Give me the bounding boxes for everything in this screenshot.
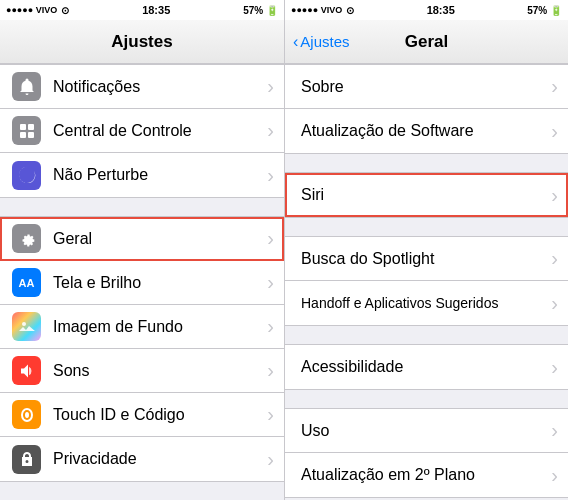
uso-chevron	[551, 419, 558, 442]
nav-bar-ajustes: Ajustes	[0, 20, 284, 64]
ajustes-title: Ajustes	[111, 32, 172, 52]
atualizacao-plano-item[interactable]: Atualização em 2º Plano	[285, 453, 568, 497]
geral-icon	[12, 224, 41, 253]
battery-icon: 57% 🔋	[243, 5, 278, 16]
sobre-chevron	[551, 75, 558, 98]
privacidade-label: Privacidade	[53, 450, 267, 468]
back-button[interactable]: ‹ Ajustes	[293, 33, 350, 51]
status-left: ●●●●● VIVO ⊙	[6, 5, 69, 16]
central-controle-label: Central de Controle	[53, 122, 267, 140]
back-chevron-icon: ‹	[293, 33, 298, 51]
status-right-right-area: 57% 🔋	[527, 5, 562, 16]
sons-item[interactable]: Sons	[0, 349, 284, 393]
uso-label: Uso	[301, 422, 551, 440]
geral-group-3: Busca do Spotlight Handoff e Aplicativos…	[285, 236, 568, 326]
svg-rect-0	[20, 124, 26, 130]
atualizacao-software-chevron	[551, 120, 558, 143]
notificacoes-icon	[12, 72, 41, 101]
atualizacao-plano-label: Atualização em 2º Plano	[301, 466, 551, 484]
svg-rect-1	[28, 124, 34, 130]
atualizacao-software-label: Atualização de Software	[301, 122, 551, 140]
sons-label: Sons	[53, 362, 267, 380]
geral-group-5: Uso Atualização em 2º Plano	[285, 408, 568, 498]
geral-gap-2	[285, 218, 568, 236]
privacidade-chevron	[267, 448, 274, 471]
imagem-fundo-chevron	[267, 315, 274, 338]
sons-icon	[12, 356, 41, 385]
touch-id-label: Touch ID e Código	[53, 406, 267, 424]
acessibilidade-chevron	[551, 356, 558, 379]
geral-label: Geral	[53, 230, 267, 248]
busca-spotlight-item[interactable]: Busca do Spotlight	[285, 237, 568, 281]
tela-brilho-item[interactable]: AA Tela e Brilho	[0, 261, 284, 305]
status-time-left: 18:35	[142, 4, 170, 16]
touch-id-item[interactable]: Touch ID e Código	[0, 393, 284, 437]
svg-rect-3	[28, 132, 34, 138]
sobre-label: Sobre	[301, 78, 551, 96]
svg-point-8	[25, 412, 29, 418]
geral-item[interactable]: Geral	[0, 217, 284, 261]
siri-chevron	[551, 184, 558, 207]
ajustes-screen: ●●●●● VIVO ⊙ 18:35 57% 🔋 Ajustes	[0, 0, 284, 500]
ajustes-group-2: Geral AA Tela e Brilho	[0, 216, 284, 482]
atualizacao-plano-chevron	[551, 464, 558, 487]
ajustes-group-1: Notificações Central de Controle	[0, 64, 284, 198]
status-bar-left: ●●●●● VIVO ⊙ 18:35 57% 🔋	[0, 0, 284, 20]
status-bar-right: ●●●●● VIVO ⊙ 18:35 57% 🔋	[285, 0, 568, 20]
ajustes-list: Notificações Central de Controle	[0, 64, 284, 500]
geral-group-2: Siri	[285, 172, 568, 218]
geral-list: Sobre Atualização de Software Siri	[285, 64, 568, 500]
imagem-fundo-label: Imagem de Fundo	[53, 318, 267, 336]
status-right-left-area: ●●●●● VIVO ⊙	[291, 5, 354, 16]
tela-brilho-chevron	[267, 271, 274, 294]
handoff-label: Handoff e Aplicativos Sugeridos	[301, 295, 551, 311]
handoff-chevron	[551, 292, 558, 315]
geral-group-1: Sobre Atualização de Software	[285, 64, 568, 154]
busca-spotlight-chevron	[551, 247, 558, 270]
geral-screen: ●●●●● VIVO ⊙ 18:35 57% 🔋 ‹ Ajustes Geral…	[284, 0, 568, 500]
svg-rect-2	[20, 132, 26, 138]
carrier-signal: ●●●●● VIVO	[6, 5, 57, 15]
tela-brilho-icon: AA	[12, 268, 41, 297]
nao-perturbe-item[interactable]: Não Perturbe	[0, 153, 284, 197]
touch-id-chevron	[267, 403, 274, 426]
handoff-item[interactable]: Handoff e Aplicativos Sugeridos	[285, 281, 568, 325]
siri-item[interactable]: Siri	[285, 173, 568, 217]
geral-gap-4	[285, 390, 568, 408]
wifi-icon: ⊙	[61, 5, 69, 16]
gap-1	[0, 198, 284, 216]
geral-group-4: Acessibilidade	[285, 344, 568, 390]
uso-item[interactable]: Uso	[285, 409, 568, 453]
geral-gap-1	[285, 154, 568, 172]
nav-bar-geral: ‹ Ajustes Geral	[285, 20, 568, 64]
notificacoes-item[interactable]: Notificações	[0, 65, 284, 109]
nao-perturbe-label: Não Perturbe	[53, 166, 267, 184]
touch-id-icon	[12, 400, 41, 429]
central-controle-icon	[12, 116, 41, 145]
sons-chevron	[267, 359, 274, 382]
central-controle-chevron	[267, 119, 274, 142]
siri-label: Siri	[301, 186, 551, 204]
carrier-signal-right: ●●●●● VIVO	[291, 5, 342, 15]
sobre-item[interactable]: Sobre	[285, 65, 568, 109]
status-right-left: 57% 🔋	[243, 5, 278, 16]
back-label: Ajustes	[300, 33, 349, 50]
notificacoes-label: Notificações	[53, 78, 267, 96]
privacidade-icon	[12, 445, 41, 474]
geral-nav-title: Geral	[405, 32, 448, 52]
wifi-icon-right: ⊙	[346, 5, 354, 16]
atualizacao-software-item[interactable]: Atualização de Software	[285, 109, 568, 153]
nao-perturbe-icon	[12, 161, 41, 190]
notificacoes-chevron	[267, 75, 274, 98]
privacidade-item[interactable]: Privacidade	[0, 437, 284, 481]
status-time-right: 18:35	[427, 4, 455, 16]
nao-perturbe-chevron	[267, 164, 274, 187]
busca-spotlight-label: Busca do Spotlight	[301, 250, 551, 268]
acessibilidade-label: Acessibilidade	[301, 358, 551, 376]
acessibilidade-item[interactable]: Acessibilidade	[285, 345, 568, 389]
central-controle-item[interactable]: Central de Controle	[0, 109, 284, 153]
geral-chevron	[267, 227, 274, 250]
battery-icon-right: 57% 🔋	[527, 5, 562, 16]
svg-point-5	[22, 322, 26, 326]
imagem-fundo-item[interactable]: Imagem de Fundo	[0, 305, 284, 349]
